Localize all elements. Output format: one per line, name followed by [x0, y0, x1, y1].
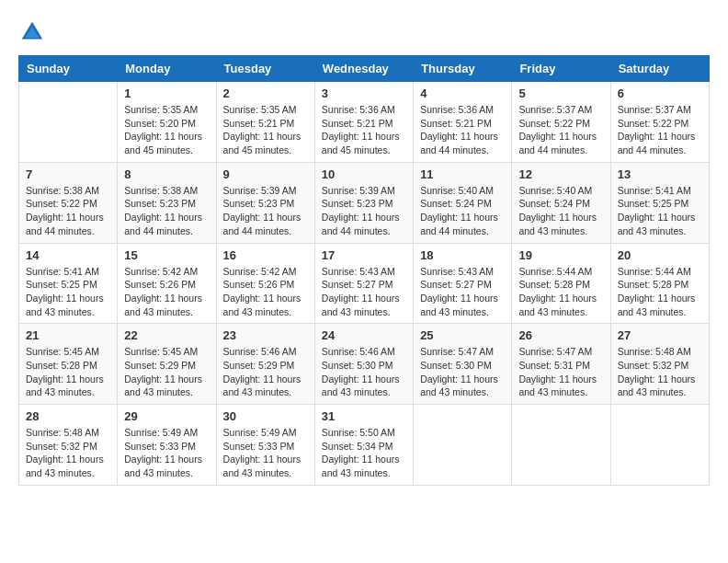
day-number: 13 — [618, 167, 702, 181]
sunrise: Sunrise: 5:38 AM — [124, 185, 198, 196]
day-number: 10 — [322, 167, 406, 181]
day-info: Sunrise: 5:42 AM Sunset: 5:26 PM Dayligh… — [124, 265, 209, 319]
day-number: 24 — [322, 328, 406, 342]
daylight: Daylight: 11 hours and 43 minutes. — [518, 293, 597, 317]
sunrise: Sunrise: 5:47 AM — [420, 346, 494, 357]
daylight: Daylight: 11 hours and 45 minutes. — [124, 131, 202, 155]
day-number: 5 — [518, 86, 603, 100]
weekday-header: Tuesday — [216, 56, 314, 82]
day-number: 17 — [322, 248, 406, 262]
calendar-cell: 20 Sunrise: 5:44 AM Sunset: 5:28 PM Dayl… — [610, 243, 709, 324]
daylight: Daylight: 11 hours and 43 minutes. — [124, 373, 202, 398]
logo-icon — [18, 18, 46, 46]
daylight: Daylight: 11 hours and 44 minutes. — [420, 212, 498, 236]
sunset: Sunset: 5:21 PM — [223, 118, 295, 129]
sunrise: Sunrise: 5:48 AM — [26, 427, 99, 438]
sunset: Sunset: 5:33 PM — [223, 441, 295, 452]
sunrise: Sunrise: 5:40 AM — [518, 185, 592, 196]
calendar-cell: 26 Sunrise: 5:47 AM Sunset: 5:31 PM Dayl… — [512, 324, 610, 405]
daylight: Daylight: 11 hours and 44 minutes. — [618, 131, 696, 155]
sunrise: Sunrise: 5:36 AM — [420, 104, 494, 115]
calendar-cell: 6 Sunrise: 5:37 AM Sunset: 5:22 PM Dayli… — [610, 82, 709, 163]
daylight: Daylight: 11 hours and 44 minutes. — [26, 212, 104, 236]
day-number: 1 — [124, 86, 209, 100]
day-info: Sunrise: 5:48 AM Sunset: 5:32 PM Dayligh… — [618, 345, 702, 399]
sunrise: Sunrise: 5:41 AM — [26, 266, 99, 277]
calendar-cell: 8 Sunrise: 5:38 AM Sunset: 5:23 PM Dayli… — [118, 162, 216, 243]
calendar-cell: 1 Sunrise: 5:35 AM Sunset: 5:20 PM Dayli… — [118, 82, 216, 163]
day-number: 9 — [223, 167, 308, 181]
calendar-cell: 31 Sunrise: 5:50 AM Sunset: 5:34 PM Dayl… — [314, 405, 413, 486]
day-info: Sunrise: 5:43 AM Sunset: 5:27 PM Dayligh… — [420, 265, 505, 319]
day-info: Sunrise: 5:40 AM Sunset: 5:24 PM Dayligh… — [518, 184, 603, 238]
calendar-week-row: 7 Sunrise: 5:38 AM Sunset: 5:22 PM Dayli… — [19, 162, 710, 243]
daylight: Daylight: 11 hours and 43 minutes. — [618, 293, 696, 317]
day-number: 21 — [26, 328, 110, 342]
day-info: Sunrise: 5:38 AM Sunset: 5:23 PM Dayligh… — [124, 184, 209, 238]
calendar-cell: 30 Sunrise: 5:49 AM Sunset: 5:33 PM Dayl… — [216, 405, 314, 486]
day-number: 18 — [420, 248, 505, 262]
day-info: Sunrise: 5:36 AM Sunset: 5:21 PM Dayligh… — [322, 103, 406, 157]
calendar-table: SundayMondayTuesdayWednesdayThursdayFrid… — [18, 55, 710, 486]
sunrise: Sunrise: 5:36 AM — [322, 104, 395, 115]
calendar-cell: 25 Sunrise: 5:47 AM Sunset: 5:30 PM Dayl… — [414, 324, 512, 405]
sunrise: Sunrise: 5:38 AM — [26, 185, 99, 196]
sunset: Sunset: 5:25 PM — [618, 198, 689, 209]
calendar-cell — [414, 405, 512, 486]
weekday-header: Monday — [118, 56, 216, 82]
calendar-cell: 4 Sunrise: 5:36 AM Sunset: 5:21 PM Dayli… — [414, 82, 512, 163]
calendar-cell: 12 Sunrise: 5:40 AM Sunset: 5:24 PM Dayl… — [512, 162, 610, 243]
daylight: Daylight: 11 hours and 43 minutes. — [223, 454, 301, 478]
calendar-cell: 21 Sunrise: 5:45 AM Sunset: 5:28 PM Dayl… — [19, 324, 118, 405]
day-number: 16 — [223, 248, 308, 262]
calendar-cell: 23 Sunrise: 5:46 AM Sunset: 5:29 PM Dayl… — [216, 324, 314, 405]
day-info: Sunrise: 5:35 AM Sunset: 5:20 PM Dayligh… — [124, 103, 209, 157]
daylight: Daylight: 11 hours and 43 minutes. — [124, 293, 202, 317]
calendar-cell: 22 Sunrise: 5:45 AM Sunset: 5:29 PM Dayl… — [118, 324, 216, 405]
day-number: 20 — [618, 248, 702, 262]
day-number: 22 — [124, 328, 209, 342]
calendar-cell: 7 Sunrise: 5:38 AM Sunset: 5:22 PM Dayli… — [19, 162, 118, 243]
sunset: Sunset: 5:26 PM — [223, 279, 295, 290]
day-number: 3 — [322, 86, 406, 100]
sunrise: Sunrise: 5:35 AM — [124, 104, 198, 115]
day-number: 29 — [124, 409, 209, 423]
day-info: Sunrise: 5:45 AM Sunset: 5:28 PM Dayligh… — [26, 345, 110, 399]
sunset: Sunset: 5:31 PM — [518, 360, 590, 371]
calendar-cell: 27 Sunrise: 5:48 AM Sunset: 5:32 PM Dayl… — [610, 324, 709, 405]
calendar-cell: 13 Sunrise: 5:41 AM Sunset: 5:25 PM Dayl… — [610, 162, 709, 243]
sunrise: Sunrise: 5:37 AM — [618, 104, 691, 115]
day-number: 2 — [223, 86, 308, 100]
day-number: 19 — [518, 248, 603, 262]
calendar-cell: 9 Sunrise: 5:39 AM Sunset: 5:23 PM Dayli… — [216, 162, 314, 243]
logo — [18, 18, 50, 46]
day-info: Sunrise: 5:41 AM Sunset: 5:25 PM Dayligh… — [26, 265, 110, 319]
daylight: Daylight: 11 hours and 43 minutes. — [322, 373, 400, 398]
day-number: 15 — [124, 248, 209, 262]
calendar-cell: 15 Sunrise: 5:42 AM Sunset: 5:26 PM Dayl… — [118, 243, 216, 324]
sunset: Sunset: 5:23 PM — [223, 198, 295, 209]
daylight: Daylight: 11 hours and 44 minutes. — [518, 131, 597, 155]
calendar-cell: 19 Sunrise: 5:44 AM Sunset: 5:28 PM Dayl… — [512, 243, 610, 324]
daylight: Daylight: 11 hours and 43 minutes. — [223, 293, 301, 317]
day-info: Sunrise: 5:40 AM Sunset: 5:24 PM Dayligh… — [420, 184, 505, 238]
day-info: Sunrise: 5:44 AM Sunset: 5:28 PM Dayligh… — [618, 265, 702, 319]
sunrise: Sunrise: 5:42 AM — [223, 266, 297, 277]
sunset: Sunset: 5:27 PM — [420, 279, 492, 290]
day-number: 31 — [322, 409, 406, 423]
daylight: Daylight: 11 hours and 43 minutes. — [322, 454, 400, 478]
day-info: Sunrise: 5:37 AM Sunset: 5:22 PM Dayligh… — [518, 103, 603, 157]
calendar-cell: 17 Sunrise: 5:43 AM Sunset: 5:27 PM Dayl… — [314, 243, 413, 324]
sunrise: Sunrise: 5:48 AM — [618, 346, 691, 357]
day-info: Sunrise: 5:50 AM Sunset: 5:34 PM Dayligh… — [322, 426, 406, 480]
calendar-cell: 28 Sunrise: 5:48 AM Sunset: 5:32 PM Dayl… — [19, 405, 118, 486]
day-info: Sunrise: 5:39 AM Sunset: 5:23 PM Dayligh… — [322, 184, 406, 238]
sunrise: Sunrise: 5:40 AM — [420, 185, 494, 196]
sunset: Sunset: 5:28 PM — [518, 279, 590, 290]
calendar-cell — [19, 82, 118, 163]
calendar-cell: 5 Sunrise: 5:37 AM Sunset: 5:22 PM Dayli… — [512, 82, 610, 163]
day-info: Sunrise: 5:35 AM Sunset: 5:21 PM Dayligh… — [223, 103, 308, 157]
sunset: Sunset: 5:26 PM — [124, 279, 196, 290]
day-number: 25 — [420, 328, 505, 342]
day-info: Sunrise: 5:46 AM Sunset: 5:29 PM Dayligh… — [223, 345, 308, 399]
